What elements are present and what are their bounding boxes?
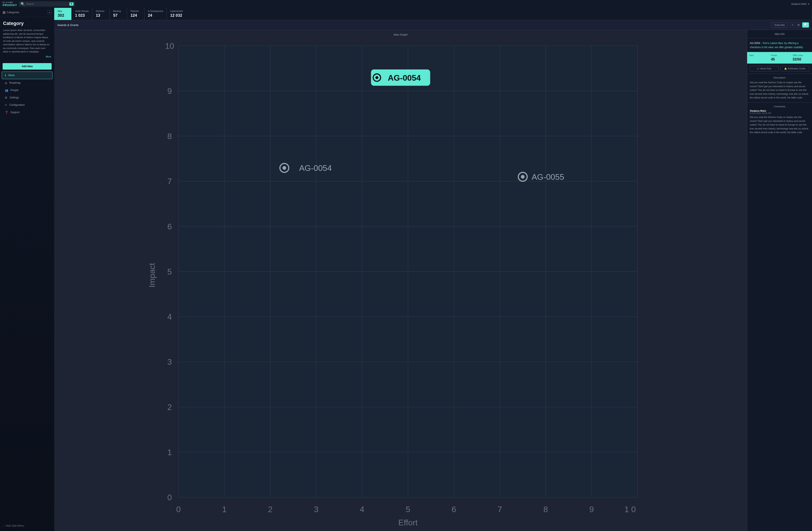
svg-text:5: 5 xyxy=(406,505,410,514)
sidebar-item-ideas[interactable]: ℹ Ideas xyxy=(2,72,53,79)
search-input[interactable] xyxy=(26,3,68,5)
status-new-label: New xyxy=(58,10,68,12)
description-section: Description Did you read the DaVinci Cod… xyxy=(747,74,812,103)
roadmap-icon: ◎ xyxy=(5,81,7,85)
view-buttons: ≡ ⊞ 📊 xyxy=(790,22,809,28)
list-view-button[interactable]: ≡ xyxy=(790,22,795,28)
svg-text:9: 9 xyxy=(589,505,594,514)
hide-menu-label: Hide Side Menu xyxy=(6,524,24,527)
idea-points: Points 45 xyxy=(769,52,791,63)
category-title: Category xyxy=(3,20,51,26)
idea-status-label: New xyxy=(749,54,767,57)
ideas-icon: ℹ xyxy=(5,74,6,77)
status-in-development-label: In Development xyxy=(148,10,163,12)
status-backlog-count: 57 xyxy=(113,13,124,18)
svg-text:Effort: Effort xyxy=(398,518,418,527)
user-name: Sladjana Matic xyxy=(791,3,807,5)
svg-text:8: 8 xyxy=(168,132,172,141)
svg-text:2: 2 xyxy=(168,403,172,412)
support-icon: ❓ xyxy=(5,111,8,114)
comments-header: Comments xyxy=(750,105,809,108)
status-declined-label: Declined xyxy=(96,10,106,12)
status-under-review[interactable]: Under Review 1 023 xyxy=(72,8,92,20)
category-more-link[interactable]: More xyxy=(3,55,51,58)
status-new-count: 302 xyxy=(58,13,68,18)
svg-text:7: 7 xyxy=(168,177,172,186)
sidebar-item-settings[interactable]: ⚙ Settings xyxy=(2,94,53,101)
svg-text:4: 4 xyxy=(360,505,364,514)
svg-text:8: 8 xyxy=(543,505,548,514)
admin-role-button[interactable]: 🏷 Admin Role xyxy=(750,66,779,71)
section-title: Awards & Grants xyxy=(57,24,769,27)
chart-view-button[interactable]: 📊 xyxy=(802,22,809,28)
svg-text:2: 2 xyxy=(268,505,273,514)
sidebar-item-configuration[interactable]: ✂ Configuration xyxy=(2,102,53,109)
graph-container: 10 9 8 7 6 5 4 3 2 1 0 xyxy=(57,39,744,527)
svg-text:1: 1 xyxy=(168,448,172,457)
admin-role-label: Admin Role xyxy=(760,68,771,70)
status-backlog-label: Backlog xyxy=(113,10,124,12)
svg-text:5: 5 xyxy=(168,267,172,276)
graph-title: Idea Graph xyxy=(57,33,744,36)
logo-main: PRODIGY xyxy=(3,3,17,7)
sidebar-nav: ℹ Ideas ◎ Roadmap 👥 People ⚙ Settings ✂ xyxy=(0,71,54,116)
sidebar-item-people[interactable]: 👥 People xyxy=(2,87,53,94)
add-category-button[interactable]: + xyxy=(47,10,52,15)
comment-item: Sladjana Matic 8-Oct-2020, 05:00 PM Did … xyxy=(750,109,809,134)
svg-text:4: 4 xyxy=(168,312,172,321)
content-area: New 302 Under Review 1 023 Declined 13 B… xyxy=(54,8,812,531)
sidebar-item-roadmap[interactable]: ◎ Roadmap xyxy=(2,79,53,87)
svg-text:AG-0054: AG-0054 xyxy=(299,163,332,173)
svg-text:10: 10 xyxy=(165,41,174,50)
graph-point-ag0054-highlight[interactable]: AG-0054 xyxy=(371,69,430,86)
comment-date: 8-Oct-2020, 05:00 PM xyxy=(750,112,809,115)
grid-view-button[interactable]: ⊞ xyxy=(796,22,801,28)
chevron-left-icon: ‹ xyxy=(3,524,4,527)
status-implemented-label: Implemented xyxy=(170,10,808,12)
sidebar-item-support[interactable]: ❓ Support xyxy=(2,109,53,116)
status-planned[interactable]: Planned 124 xyxy=(127,8,144,20)
svg-text:Impact: Impact xyxy=(147,263,157,287)
svg-text:0: 0 xyxy=(168,493,172,502)
sidebar-item-label: People xyxy=(11,89,18,92)
svg-text:1 0: 1 0 xyxy=(624,505,636,514)
add-idea-button[interactable]: Add Idea xyxy=(3,63,52,70)
notification-center-button[interactable]: 🔔 Notification Center xyxy=(781,66,810,71)
svg-text:6: 6 xyxy=(451,505,456,514)
status-planned-count: 124 xyxy=(131,13,141,18)
info-panel-title: Idea Info xyxy=(774,32,785,35)
configuration-icon: ✂ xyxy=(5,103,7,107)
idea-id: AG-0054 - xyxy=(750,42,762,45)
idea-graph-svg: 10 9 8 7 6 5 4 3 2 1 0 xyxy=(57,39,744,527)
svg-text:AG-0054: AG-0054 xyxy=(388,73,421,83)
hide-side-menu-button[interactable]: ‹ Hide Side Menu xyxy=(0,522,54,529)
sidebar-item-label: Ideas xyxy=(8,74,15,77)
status-declined[interactable]: Declined 13 xyxy=(92,8,110,20)
svg-text:0: 0 xyxy=(176,505,181,514)
svg-text:AG-0055: AG-0055 xyxy=(532,172,564,181)
svg-text:7: 7 xyxy=(497,505,502,514)
search-bar: 🔍 ⚑ xyxy=(19,1,75,6)
tag-icon: 🏷 xyxy=(757,68,759,70)
svg-text:3: 3 xyxy=(314,505,318,514)
toolbar: Awards & Grants Subscribe ≡ ⊞ 📊 xyxy=(54,20,812,30)
notification-center-label: Notification Center xyxy=(788,68,806,70)
search-button[interactable]: ⚑ xyxy=(69,2,73,6)
points-label: Points xyxy=(771,54,788,57)
svg-text:1: 1 xyxy=(222,505,227,514)
sidebar-item-label: Support xyxy=(11,111,19,114)
status-in-development[interactable]: In Development 24 xyxy=(144,8,167,20)
sidebar-item-label: Configuration xyxy=(9,103,25,106)
idea-id-section: AG-0054 - Tom's Latest Idea: by offering… xyxy=(747,39,812,52)
status-new[interactable]: New 302 xyxy=(54,8,72,20)
user-info[interactable]: Sladjana Matic ▾ xyxy=(791,3,809,5)
svg-text:6: 6 xyxy=(168,222,172,231)
bell-icon: 🔔 xyxy=(784,68,787,70)
status-implemented[interactable]: Implemented 12 032 xyxy=(167,8,812,20)
subscribe-button[interactable]: Subscribe xyxy=(771,22,788,28)
category-description: Lorem ipsum dolor sit amet, consectetur … xyxy=(3,28,51,54)
action-buttons: 🏷 Admin Role 🔔 Notification Center xyxy=(747,64,812,74)
graph-panel: Idea Graph xyxy=(54,30,747,531)
status-backlog[interactable]: Backlog 57 xyxy=(110,8,127,20)
status-in-development-count: 24 xyxy=(148,13,163,18)
